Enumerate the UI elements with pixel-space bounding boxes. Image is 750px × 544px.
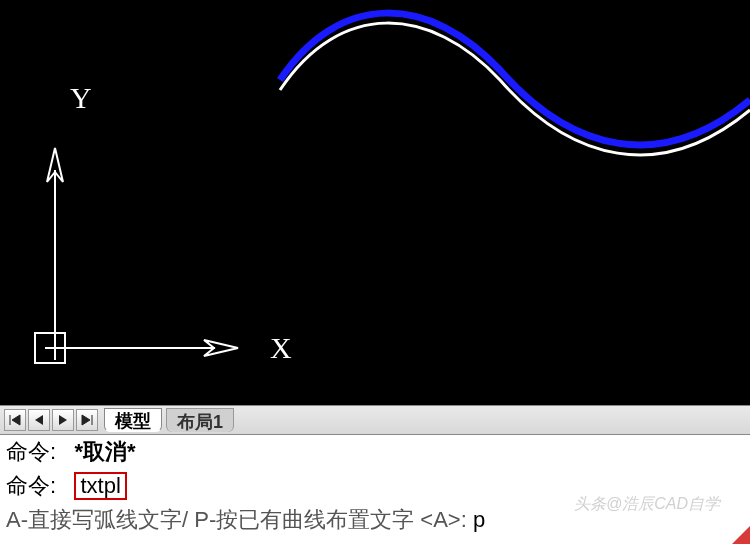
tab-layout1[interactable]: 布局1: [166, 408, 234, 432]
corner-indicator: [732, 526, 750, 544]
tab-model[interactable]: 模型: [104, 408, 162, 432]
spline-blue: [280, 13, 750, 145]
command-prompt-label: 命令:: [6, 473, 56, 498]
drawing-viewport[interactable]: Y X: [0, 0, 750, 405]
tab-nav-prev[interactable]: [28, 409, 50, 431]
tab-nav-last[interactable]: [76, 409, 98, 431]
command-input-boxed: txtpl: [74, 472, 126, 500]
command-cancel-text: *取消*: [74, 439, 135, 464]
command-line-3[interactable]: A-直接写弧线文字/ P-按已有曲线布置文字 <A>: p 头条@浩辰CAD自学: [0, 503, 750, 537]
layout-tabbar: 模型 布局1: [0, 405, 750, 435]
command-line-2[interactable]: 命令: txtpl: [0, 469, 750, 503]
command-hint: A-直接写弧线文字/ P-按已有曲线布置文字 <A>:: [6, 507, 467, 532]
spline-curves: [0, 0, 750, 405]
command-hint-input: p: [473, 507, 485, 532]
tab-nav-next[interactable]: [52, 409, 74, 431]
tab-nav-first[interactable]: [4, 409, 26, 431]
command-line-1: 命令: *取消*: [0, 435, 750, 469]
command-prompt-label: 命令:: [6, 439, 56, 464]
